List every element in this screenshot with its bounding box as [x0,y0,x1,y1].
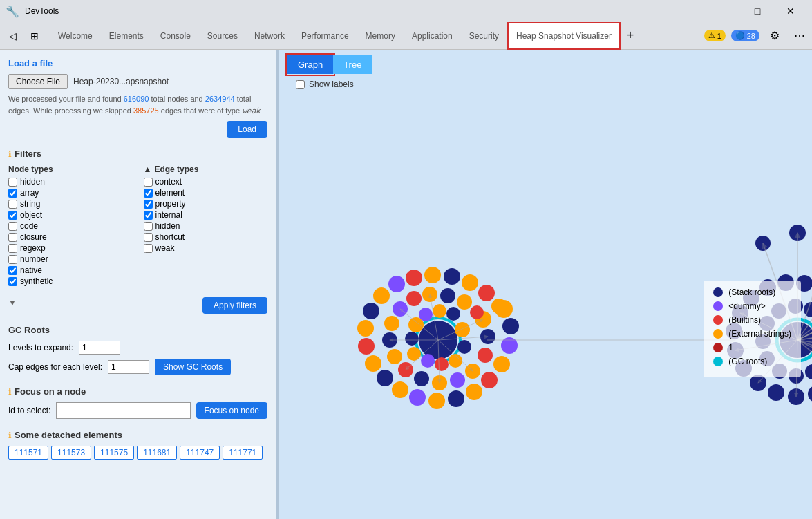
filter-property-cb[interactable] [144,200,153,209]
gc-levels-row: Levels to expand: [8,341,267,355]
levels-input[interactable] [79,341,120,355]
filter-weak-cb[interactable] [144,244,153,253]
detached-item-111747[interactable]: 111747 [180,446,220,460]
tab-console[interactable]: Console [152,22,199,50]
detached-item-111681[interactable]: 111681 [137,446,177,460]
detached-item-111573[interactable]: 111573 [51,446,91,460]
detached-item-111575[interactable]: 111575 [94,446,134,460]
apply-filters-button[interactable]: Apply filters [202,297,267,314]
filter-hidden-edge-cb[interactable] [144,222,153,231]
gc-roots-section: GC Roots Levels to expand: Cap edges for… [8,325,267,375]
gc-roots-header: GC Roots [8,325,267,335]
filter-native-cb[interactable] [8,266,17,275]
tab-sources[interactable]: Sources [199,22,246,50]
focus-node-button[interactable]: Focus on node [196,402,267,419]
filter-array: array [8,188,133,198]
maximize-button[interactable]: □ [742,0,773,22]
svg-point-41 [357,320,374,337]
svg-point-32 [481,372,498,388]
filter-code-cb[interactable] [8,222,17,231]
svg-point-37 [392,381,408,398]
svg-point-6 [405,332,419,346]
svg-point-5 [407,347,421,361]
filter-regexp-cb[interactable] [8,244,17,253]
more-options-icon[interactable]: ⋯ [790,26,809,46]
left-panel: Load a file Choose File Heap-20230...aps… [0,50,276,519]
svg-point-1 [457,340,471,354]
legend-dot-one [713,343,723,352]
tab-network[interactable]: Network [246,22,293,50]
svg-point-45 [406,270,422,286]
edge-types-col: ▲ Edge types context element property in… [144,164,268,287]
svg-point-44 [388,276,405,292]
tab-heap-snapshot[interactable]: Heap Snapshot Visualizer [507,22,621,50]
tab-welcome[interactable]: Welcome [50,22,101,50]
tab-memory[interactable]: Memory [357,22,404,50]
legend-one: 1 [713,343,791,352]
filter-hidden-cb[interactable] [8,178,17,187]
choose-file-button[interactable]: Choose File [8,74,68,89]
svg-point-10 [446,307,460,321]
tab-bar-right: ⚠ 1 🔵 28 ⚙ ⋯ [704,26,809,46]
settings-icon[interactable]: ⚙ [765,26,784,46]
minimize-button[interactable]: — [708,0,740,22]
focus-node-title: Focus on a node [15,386,86,397]
filter-shortcut-cb[interactable] [144,233,153,242]
show-labels-checkbox[interactable] [296,80,305,89]
svg-point-31 [493,356,510,372]
detached-item-111771[interactable]: 111771 [223,446,263,460]
filter-property: property [144,199,268,209]
svg-point-17 [414,371,429,386]
tree-tab-button[interactable]: Tree [333,55,372,74]
legend-dot-stack-roots [713,287,723,297]
edge-types-expand-icon: ▲ [144,164,152,174]
show-gc-roots-button[interactable]: Show GC Roots [155,359,231,375]
tab-performance[interactable]: Performance [293,22,357,50]
filter-synthetic-cb[interactable] [8,277,17,286]
focus-node-input[interactable] [56,402,190,419]
filter-string: string [8,199,133,209]
svg-point-27 [470,305,484,319]
title-bar-controls: — □ ✕ [708,0,806,22]
graph-canvas-container[interactable]: (Stack roots) <dummy> (Builtins) (Extern… [279,119,812,519]
filter-closure-cb[interactable] [8,233,17,242]
tab-elements[interactable]: Elements [101,22,152,50]
filter-context: context [144,177,268,187]
tab-security[interactable]: Security [461,22,507,50]
dock-icon[interactable]: ⊞ [25,26,44,46]
filter-context-cb[interactable] [144,178,153,187]
close-button[interactable]: ✕ [775,0,806,22]
gc-cap-row: Cap edges for each level: Show GC Roots [8,359,267,375]
filter-internal: internal [144,210,268,220]
filter-object-cb[interactable] [8,211,17,220]
svg-point-42 [363,303,379,319]
back-nav-icon[interactable]: ◁ [3,26,22,46]
node-types-scroll-down: ▼ [8,298,17,308]
svg-point-62 [805,364,812,379]
filter-array-cb[interactable] [8,189,17,198]
warning-badge: ⚠ 1 [704,30,726,41]
svg-point-76 [808,386,812,402]
filter-hidden-edge: hidden [144,221,268,231]
graph-tab-button[interactable]: Graph [287,55,333,74]
file-loader-row: Choose File Heap-20230...apsnapshot [8,74,267,89]
focus-node-row: Id to select: Focus on node [8,402,267,419]
svg-point-33 [466,384,482,400]
tab-application[interactable]: Application [404,22,461,50]
filter-string-cb[interactable] [8,200,17,209]
detached-item-111571[interactable]: 111571 [8,446,48,460]
file-loader-title: Load a file [8,58,267,68]
cap-edges-input[interactable] [108,360,149,374]
filter-number-cb[interactable] [8,255,17,264]
filter-number: number [8,254,133,264]
filter-element-cb[interactable] [144,189,153,198]
filter-object: object [8,210,133,220]
legend-dot-builtins [713,315,723,325]
filter-synthetic: synthetic [8,276,133,286]
add-tab-button[interactable]: + [621,26,640,46]
svg-point-38 [377,370,393,386]
filter-internal-cb[interactable] [144,211,153,220]
filter-closure: closure [8,232,133,242]
load-button[interactable]: Load [227,121,267,138]
main-layout: Load a file Choose File Heap-20230...aps… [0,50,812,519]
